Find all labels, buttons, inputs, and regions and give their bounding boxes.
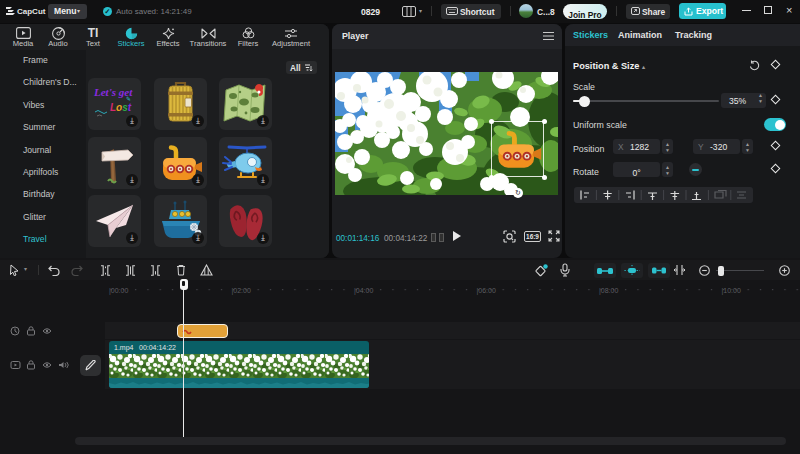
svg-text:|02:00: |02:00 <box>232 287 251 295</box>
svg-text:|10:00: |10:00 <box>722 287 741 295</box>
svg-text:|08:00: |08:00 <box>599 287 618 295</box>
svg-text:|04:00: |04:00 <box>354 287 373 295</box>
svg-text:|06:00: |06:00 <box>477 287 496 295</box>
svg-text:|00:00: |00:00 <box>109 287 128 295</box>
svg-text:Lost: Lost <box>110 102 132 113</box>
